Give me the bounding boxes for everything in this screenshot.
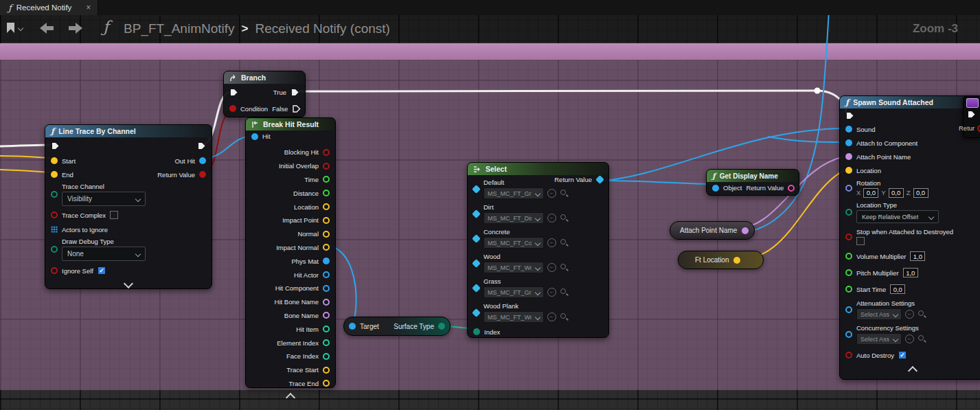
attenuation-settings-pin[interactable]	[845, 306, 852, 313]
use-asset-icon[interactable]: ←	[547, 312, 556, 321]
start-pin[interactable]	[51, 157, 58, 164]
rotation-z-field[interactable]: 0,0	[913, 188, 928, 198]
wildcard-pin[interactable]	[472, 234, 481, 243]
hit-actor-pin[interactable]	[323, 271, 330, 278]
trace-complex-pin[interactable]	[51, 212, 58, 218]
graph-canvas[interactable]: ƒ BP_FT_AnimNotify > Received Notify (co…	[0, 0, 980, 410]
branch-node[interactable]: Branch True Condition False	[223, 71, 306, 117]
concurrency-settings-pin[interactable]	[845, 331, 852, 338]
target-pin[interactable]	[349, 323, 356, 330]
collapse-chevron-icon[interactable]	[840, 367, 980, 374]
exec-out-pin[interactable]	[197, 141, 206, 150]
nav-back-button[interactable]	[40, 23, 54, 34]
trace-channel-dropdown[interactable]: Visibility	[62, 192, 146, 206]
exec-in-pin[interactable]	[51, 141, 60, 150]
asset-dropdown[interactable]: MS_MC_FT_Woo	[483, 311, 544, 323]
location-type-dropdown[interactable]: Keep Relative Offset	[856, 210, 939, 223]
location-type-pin[interactable]	[845, 209, 852, 216]
close-icon[interactable]: ×	[86, 3, 91, 12]
true-exec-pin[interactable]	[290, 88, 299, 97]
collapse-chevron-icon[interactable]	[246, 394, 335, 401]
auto-destroy-pin[interactable]	[845, 352, 852, 358]
volume-multiplier-field[interactable]: 1,0	[910, 251, 925, 261]
asset-dropdown[interactable]: MS_MC_FT_Gras	[483, 187, 544, 199]
use-asset-icon[interactable]: ←	[547, 288, 556, 297]
normal-pin[interactable]	[323, 231, 330, 238]
hit-bone-name-pin[interactable]	[323, 299, 330, 306]
concurrency-dropdown[interactable]: Select Asset	[856, 333, 902, 345]
out-hit-pin[interactable]	[199, 157, 206, 164]
wildcard-pin[interactable]	[472, 209, 481, 218]
hit-component-pin[interactable]	[323, 285, 330, 292]
attach-point-name-pin[interactable]	[742, 227, 749, 234]
select-node[interactable]: Select Return Value DefaultMS_MC_FT_Gras…	[467, 162, 609, 338]
volume-multiplier-pin[interactable]	[845, 253, 852, 260]
surface-type-pin[interactable]	[438, 323, 445, 330]
stop-when-destroyed-pin[interactable]	[845, 234, 852, 240]
pitch-multiplier-field[interactable]: 1,0	[903, 268, 918, 277]
tab-received-notify[interactable]: ƒ Received Notify ×	[0, 0, 98, 15]
hit-pin[interactable]	[251, 133, 258, 140]
break-hit-result-node[interactable]: Break Hit Result Hit Blocking HitInitial…	[245, 117, 336, 388]
wildcard-pin[interactable]	[472, 284, 481, 293]
exec-in-pin[interactable]	[967, 110, 976, 119]
trace-channel-pin[interactable]	[51, 191, 58, 198]
false-exec-pin[interactable]	[292, 104, 301, 113]
use-asset-icon[interactable]: ←	[905, 334, 914, 343]
line-trace-header[interactable]: ƒ Line Trace By Channel	[45, 125, 212, 137]
index-pin[interactable]	[473, 328, 480, 335]
use-asset-icon[interactable]: ←	[547, 189, 556, 198]
comment-title-bar[interactable]	[0, 43, 980, 60]
condition-pin[interactable]	[229, 105, 236, 112]
wildcard-pin[interactable]	[472, 185, 481, 194]
bone-name-pin[interactable]	[323, 312, 330, 319]
trace-start-pin[interactable]	[323, 367, 330, 374]
location-pin[interactable]	[845, 167, 852, 174]
hit-item-pin[interactable]	[323, 326, 330, 332]
browse-asset-icon[interactable]	[560, 288, 569, 297]
collapse-chevron-icon[interactable]	[45, 280, 212, 287]
trace-end-pin[interactable]	[323, 380, 330, 387]
exec-in-pin[interactable]	[845, 111, 854, 120]
trace-complex-checkbox[interactable]	[110, 211, 118, 219]
spawn-sound-header[interactable]: ƒ Spawn Sound Attached	[840, 96, 980, 109]
rotation-pin[interactable]	[845, 185, 852, 192]
stop-when-destroyed-checkbox[interactable]	[856, 237, 865, 245]
browse-asset-icon[interactable]	[918, 310, 926, 319]
use-asset-icon[interactable]: ←	[547, 263, 556, 272]
draw-debug-pin[interactable]	[51, 246, 58, 253]
ignore-self-pin[interactable]	[51, 267, 58, 274]
asset-dropdown[interactable]: MS_MC_FT_Gras	[483, 286, 544, 298]
exec-in-pin[interactable]	[229, 88, 238, 97]
impact-normal-pin[interactable]	[323, 244, 330, 251]
attenuation-dropdown[interactable]: Select Asset	[856, 308, 902, 320]
end-pin[interactable]	[51, 171, 58, 178]
select-header[interactable]: Select	[468, 163, 608, 175]
actors-to-ignore-pin[interactable]	[51, 226, 58, 233]
asset-dropdown[interactable]: MS_MC_FT_Woo	[483, 262, 544, 273]
branch-node-header[interactable]: Branch	[224, 71, 305, 84]
attach-point-name-pin[interactable]	[845, 153, 852, 160]
get-display-name-header[interactable]: ƒ Get Display Name	[707, 170, 799, 182]
ignore-self-checkbox[interactable]	[98, 266, 106, 275]
return-node[interactable]: Retur	[963, 95, 980, 138]
browse-asset-icon[interactable]	[560, 238, 569, 247]
use-asset-icon[interactable]: ←	[547, 238, 556, 247]
start-time-pin[interactable]	[845, 286, 852, 293]
asset-dropdown[interactable]: MS_MC_FT_Dirt	[483, 212, 544, 224]
draw-debug-dropdown[interactable]: None	[62, 247, 146, 261]
break-hit-header[interactable]: Break Hit Result	[246, 118, 335, 130]
browse-asset-icon[interactable]	[560, 214, 569, 223]
rotation-x-field[interactable]: 0,0	[863, 188, 878, 198]
rotation-y-field[interactable]: 0,0	[889, 188, 904, 198]
initial-overlap-pin[interactable]	[323, 163, 330, 170]
time-pin[interactable]	[323, 176, 330, 183]
location-pin[interactable]	[323, 203, 330, 210]
return-value-pin[interactable]	[199, 171, 206, 178]
ft-location-pin[interactable]	[733, 257, 740, 264]
use-asset-icon[interactable]: ←	[905, 310, 914, 319]
use-asset-icon[interactable]: ←	[547, 214, 556, 223]
browse-asset-icon[interactable]	[560, 312, 569, 321]
nav-forward-button[interactable]	[69, 23, 82, 34]
browse-asset-icon[interactable]	[560, 189, 569, 198]
